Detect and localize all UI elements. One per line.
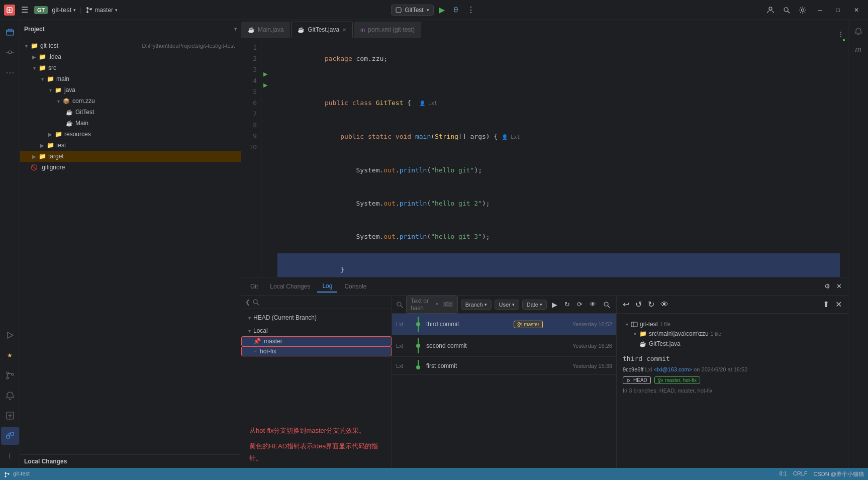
sidebar-item-git[interactable]	[1, 366, 19, 385]
run-config-dropdown-icon: ▾	[427, 8, 429, 13]
branch-filter-btn[interactable]: Branch ▾	[461, 300, 492, 310]
close-bottom-button[interactable]: ✕	[834, 280, 844, 292]
settings-bottom-button[interactable]: ⚙	[822, 280, 832, 292]
sidebar-item-project[interactable]	[1, 23, 19, 41]
line-ending[interactable]: CRLF	[793, 470, 808, 478]
sidebar-item-notification[interactable]	[1, 387, 19, 405]
tree-com-zzu[interactable]: ▾ 📦 com.zzu	[20, 95, 241, 107]
run-button[interactable]: ▶	[437, 3, 447, 17]
right-notifications-icon[interactable]	[849, 22, 867, 40]
revert-btn[interactable]: ↩	[621, 298, 631, 311]
encoding-info[interactable]: CSDN·@养个小猫猫	[814, 470, 864, 478]
tree-main[interactable]: ▾ 📁 main	[20, 73, 241, 84]
search-commits-btn[interactable]	[601, 299, 612, 310]
local-section: ▾ Local 📌 master ⑂ hot-fix	[241, 324, 392, 357]
search-everywhere-button[interactable]	[781, 4, 793, 16]
branch-master[interactable]: 📌 master	[241, 336, 392, 346]
commit-row-2[interactable]: Lxl first commit Yesterday 15:33	[392, 357, 616, 375]
close-detail-btn[interactable]: ✕	[833, 298, 844, 311]
gittest-tab-close[interactable]: ✕	[342, 27, 346, 33]
java-folder-icon: 📁	[54, 86, 62, 94]
user-filter-btn[interactable]: User ▾	[495, 300, 519, 310]
tabs-more-button[interactable]: ⋮	[834, 31, 848, 38]
run-line-4[interactable]: ▶	[261, 79, 269, 90]
svg-point-7	[784, 8, 788, 12]
undo-btn[interactable]: ↺	[633, 298, 644, 311]
tree-target[interactable]: ▶ 📁 target	[20, 151, 241, 162]
tree-resources[interactable]: ▶ 📁 resources	[20, 129, 241, 140]
sidebar-item-plugins[interactable]	[1, 427, 19, 445]
commit-row-0[interactable]: Lxl third commit master Yest	[392, 314, 616, 335]
tree-idea[interactable]: ▶ 📁 .idea	[20, 51, 241, 62]
commit-time-0: Yesterday 16:52	[547, 321, 612, 327]
bottom-tab-log[interactable]: Log	[317, 280, 337, 293]
vcs-icon	[6, 411, 15, 420]
minimize-button[interactable]: ─	[813, 5, 827, 16]
tree-arrow-test: ▶	[38, 141, 46, 149]
tree-main-class[interactable]: ☕ Main	[20, 118, 241, 129]
tab-main-java[interactable]: ☕ Main.java	[241, 22, 290, 38]
eye-detail-btn[interactable]: 👁	[658, 298, 670, 311]
tree-java[interactable]: ▾ 📁 java	[20, 84, 241, 95]
bottom-tab-git[interactable]: Git	[245, 281, 263, 292]
maximize-button[interactable]: □	[831, 5, 845, 16]
expand-filter-btn[interactable]: ▶	[550, 299, 559, 311]
menu-button[interactable]: ☰	[19, 4, 30, 16]
eye-btn[interactable]: 👁	[588, 299, 598, 310]
git-search-input-container[interactable]: Text or hash .* Cc	[406, 296, 458, 314]
settings-button[interactable]	[797, 4, 809, 16]
tree-gittest[interactable]: ☕ GitTest	[20, 107, 241, 118]
resources-folder-icon: 📁	[54, 130, 62, 138]
sidebar-item-more[interactable]: ⋯	[1, 63, 19, 81]
search-branch-icon	[252, 299, 259, 306]
cursor-position[interactable]: 8:1	[780, 470, 787, 478]
commit-author-2: Lxl	[396, 363, 410, 369]
commit-tree-root[interactable]: ▾ git-test 1 file	[623, 320, 842, 329]
close-button[interactable]: ✕	[849, 5, 864, 16]
git-branch-status[interactable]: git-test	[4, 470, 30, 477]
profile-button[interactable]	[764, 4, 777, 16]
right-maven-icon[interactable]: m	[849, 40, 867, 58]
code-line-6: System.out.println("hello git 2");	[277, 187, 840, 220]
project-header-dropdown[interactable]: ▾	[234, 26, 237, 32]
collapse-left-btn[interactable]: ❮	[245, 299, 250, 306]
sidebar-item-bookmark[interactable]: ★	[1, 346, 19, 364]
commit-msg-0: third commit	[426, 321, 510, 328]
fetch-btn[interactable]: ⟳	[575, 299, 585, 310]
gittest-java-tab-label: GitTest.java	[308, 26, 339, 33]
tab-pom-xml[interactable]: m pom.xml (git-test)	[354, 22, 421, 38]
commit-tree-gittest-file[interactable]: ☕ GitTest.java	[623, 339, 842, 349]
tab-gittest-java[interactable]: ☕ GitTest.java ✕	[291, 22, 353, 38]
commit-tree-src[interactable]: ▾ 📁 src\main\java\com\zzu 1 file	[623, 329, 842, 339]
date-filter-btn[interactable]: Date ▾	[522, 300, 547, 310]
more-run-button[interactable]: ⋮	[465, 3, 477, 17]
refresh-commits-btn[interactable]: ↻	[562, 299, 572, 310]
branch-hot-fix[interactable]: ⑂ hot-fix	[241, 346, 392, 356]
bottom-tab-local-changes[interactable]: Local Changes	[265, 281, 315, 292]
commit-row-1[interactable]: Lxl second commit Yesterday 16:26	[392, 335, 616, 357]
git-commits-panel: Text or hash .* Cc Branch ▾ User ▾	[392, 296, 617, 468]
sidebar-item-commit[interactable]	[1, 43, 19, 61]
graph-line-top-2	[418, 360, 419, 365]
head-icon: 📌	[253, 338, 261, 345]
sidebar-collapse[interactable]: ⟨	[1, 447, 19, 465]
expand-detail-btn[interactable]: ⬆	[821, 298, 831, 311]
debug-button[interactable]	[450, 4, 462, 16]
branch-selector[interactable]: master ▾	[85, 7, 118, 14]
redo-btn[interactable]: ↻	[646, 298, 656, 311]
sidebar-item-run[interactable]	[1, 326, 19, 344]
tree-gitignore[interactable]: 🚫 .gitignore	[20, 162, 241, 173]
svg-point-30	[520, 323, 522, 325]
run-line-3[interactable]: ▶	[261, 68, 269, 79]
run-config-selector[interactable]: GitTest ▾	[391, 5, 433, 16]
bottom-tab-console[interactable]: Console	[339, 281, 371, 292]
project-name-button[interactable]: git-test ▾	[52, 6, 76, 14]
status-bar-right: 8:1 CRLF CSDN·@养个小猫猫	[780, 470, 864, 478]
sidebar-item-vcs[interactable]	[1, 407, 19, 425]
local-section-header[interactable]: ▾ Local	[241, 325, 392, 336]
head-section-header[interactable]: ▾ HEAD (Current Branch)	[241, 312, 392, 323]
tree-root[interactable]: ▾ 📁 git-test D:\Python\IdeaProjects\git-…	[20, 40, 241, 51]
tree-test[interactable]: ▶ 📁 test	[20, 140, 241, 151]
svg-point-28	[518, 322, 520, 324]
tree-src[interactable]: ▾ 📁 src	[20, 62, 241, 73]
